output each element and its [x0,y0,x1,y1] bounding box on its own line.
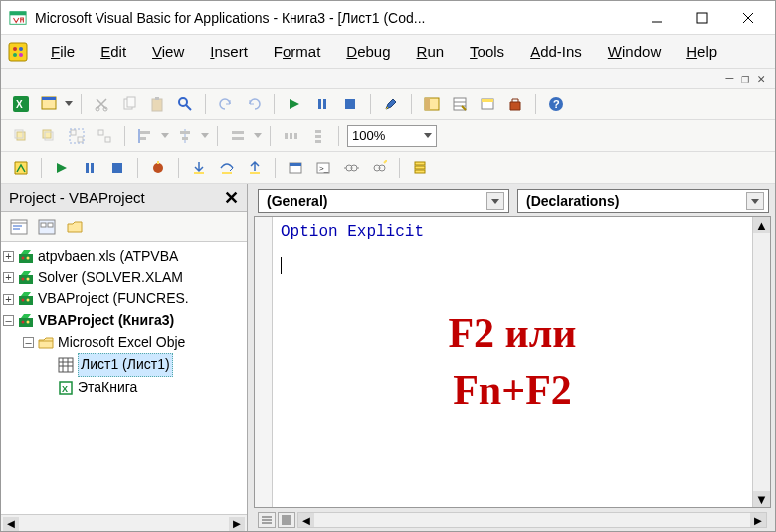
locals-icon[interactable] [284,156,307,180]
undo-icon[interactable] [214,92,238,116]
design-mode-icon[interactable] [379,92,403,116]
maximize-button[interactable] [679,3,725,33]
object-dropdown[interactable]: (General) [258,189,509,213]
design-toggle-icon[interactable] [9,156,33,180]
project-tree[interactable]: +atpvbaen.xls (ATPVBA +Solver (SOLVER.XL… [1,242,247,514]
minimize-button[interactable] [634,3,679,33]
code-text-area[interactable]: Option Explicit F2 или Fn+F2 [273,217,752,507]
proc-view-icon[interactable] [258,512,276,528]
scroll-up-icon[interactable]: ▲ [753,217,770,233]
immediate-icon[interactable]: >_ [311,156,335,180]
close-button[interactable] [725,3,771,33]
stop-icon[interactable] [105,156,129,180]
step-out-icon[interactable] [243,156,267,180]
tree-node-selected[interactable]: Лист1 (Лист1) [3,353,245,377]
zoom-select[interactable]: 100% [347,125,437,147]
svg-rect-55 [315,130,321,133]
toolbox-icon[interactable] [503,92,527,116]
vba-app-icon [9,9,27,27]
toggle-folders-icon[interactable] [63,215,87,239]
callstack-icon[interactable] [408,156,432,180]
svg-rect-63 [194,172,204,174]
annotation-overlay: F2 или Fn+F2 [273,217,752,507]
paste-icon[interactable] [145,92,169,116]
step-over-icon[interactable] [215,156,239,180]
insert-userform-icon[interactable] [37,92,61,116]
reset-icon[interactable] [338,92,362,116]
vba-project-icon [18,291,34,307]
svg-rect-51 [232,137,244,140]
view-code-icon[interactable] [7,215,31,239]
project-panel-close-button[interactable]: ✕ [220,187,243,209]
properties-icon[interactable] [448,92,472,116]
svg-rect-39 [71,130,76,135]
menu-edit[interactable]: Edit [91,39,136,64]
svg-rect-67 [290,163,301,166]
view-excel-icon[interactable]: X [9,92,33,116]
menu-file[interactable]: File [41,39,85,64]
object-browser-icon[interactable] [476,92,499,116]
svg-rect-37 [43,130,51,138]
menu-run[interactable]: Run [407,39,455,64]
group-icon[interactable] [65,124,89,148]
project-explorer-icon[interactable] [420,92,444,116]
menu-view[interactable]: View [142,39,194,64]
full-view-icon[interactable] [278,512,295,528]
procedure-dropdown[interactable]: (Declarations) [517,189,769,213]
ungroup-icon[interactable] [93,124,116,148]
project-hscrollbar[interactable]: ◄ ► [1,514,247,532]
view-object-icon[interactable] [35,215,59,239]
align-dropdown-icon[interactable] [161,133,169,138]
scroll-right-icon[interactable]: ► [229,517,245,531]
bring-front-icon[interactable] [9,124,33,148]
tree-node[interactable]: +atpvbaen.xls (ATPVBA [3,246,245,267]
menu-tools[interactable]: Tools [460,39,514,64]
copy-icon[interactable] [117,92,141,116]
play-icon[interactable] [50,156,74,180]
vspace-icon[interactable] [306,124,330,148]
svg-rect-6 [9,43,27,61]
step-into-icon[interactable] [187,156,211,180]
run-icon[interactable] [283,92,306,116]
scroll-left-icon[interactable]: ◄ [3,517,19,531]
find-icon[interactable] [173,92,197,116]
menu-window[interactable]: Window [598,39,671,64]
tree-node[interactable]: –Microsoft Excel Obje [3,332,245,354]
break-icon[interactable] [310,92,334,116]
pause-icon[interactable] [78,156,101,180]
code-hscrollbar[interactable]: ◄ ► [297,512,767,528]
child-restore-button[interactable]: ❐ [741,71,749,87]
menu-help[interactable]: Help [677,39,727,64]
hspace-icon[interactable] [279,124,302,148]
code-editor[interactable]: Option Explicit F2 или Fn+F2 ▲ ▼ [254,216,771,508]
menu-format[interactable]: Format [264,39,331,64]
menu-debug[interactable]: Debug [336,39,400,64]
cut-icon[interactable] [90,92,113,116]
center-dropdown-icon[interactable] [201,133,209,138]
menu-insert[interactable]: Insert [200,39,258,64]
scroll-right-icon[interactable]: ► [750,513,766,527]
size-dropdown-icon[interactable] [254,133,262,138]
vba-project-icon [18,270,34,286]
insert-dropdown-icon[interactable] [65,101,73,106]
tree-node[interactable]: +VBAProject (FUNCRES. [3,288,245,310]
help-icon[interactable]: ? [544,92,568,116]
svg-rect-25 [345,99,355,109]
child-minimize-button[interactable]: — [726,71,734,86]
scroll-down-icon[interactable]: ▼ [753,491,770,507]
center-horiz-icon[interactable] [173,124,197,148]
tree-node[interactable]: +Solver (SOLVER.XLAM [3,267,245,289]
scroll-left-icon[interactable]: ◄ [298,513,314,527]
quickwatch-icon[interactable] [367,156,391,180]
code-vscrollbar[interactable]: ▲ ▼ [752,217,770,507]
tree-node[interactable]: –VBAProject (Книга3) [3,310,245,332]
breakpoint-icon[interactable] [146,156,170,180]
redo-icon[interactable] [242,92,266,116]
tree-node[interactable]: XЭтаКнига [3,377,245,399]
align-left-icon[interactable] [133,124,157,148]
same-width-icon[interactable] [226,124,250,148]
watch-icon[interactable] [339,156,363,180]
child-close-button[interactable]: ✕ [757,71,765,87]
menu-addins[interactable]: Add-Ins [520,39,592,64]
send-back-icon[interactable] [37,124,61,148]
